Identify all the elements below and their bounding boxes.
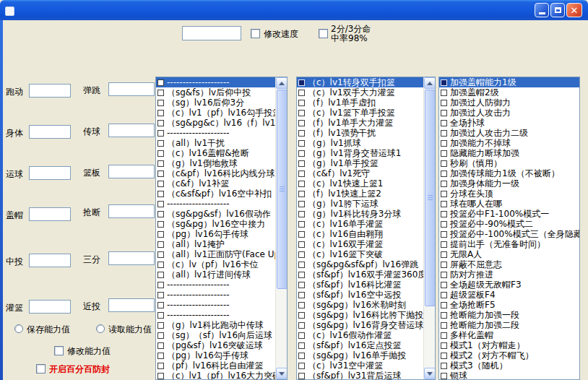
- list-item[interactable]: （g）lv1科比跑动中传球: [156, 320, 275, 330]
- item-checkbox[interactable]: [441, 241, 447, 248]
- item-checkbox[interactable]: [157, 110, 164, 116]
- list-item[interactable]: 秒刷（慎用）: [439, 158, 579, 168]
- item-checkbox[interactable]: [157, 90, 164, 96]
- item-checkbox[interactable]: [298, 181, 305, 187]
- item-checkbox[interactable]: [441, 322, 447, 329]
- list-item[interactable]: （g）lv1单手投篮: [297, 158, 423, 168]
- list-item[interactable]: （c）lv（pf）lv16卡位: [156, 259, 275, 269]
- stat-input-rebound[interactable]: [108, 165, 155, 178]
- item-checkbox[interactable]: [298, 251, 305, 258]
- item-checkbox[interactable]: [157, 342, 164, 349]
- item-checkbox[interactable]: [298, 191, 305, 197]
- item-checkbox[interactable]: [157, 241, 164, 248]
- scrollbar-list-2[interactable]: [423, 77, 435, 379]
- item-checkbox[interactable]: [298, 363, 305, 369]
- item-checkbox[interactable]: [298, 90, 305, 96]
- list-item[interactable]: 无限A人: [439, 249, 579, 259]
- item-checkbox[interactable]: [298, 231, 305, 238]
- item-checkbox[interactable]: [157, 262, 164, 268]
- list-item[interactable]: 提前出手（无准备时间）: [439, 239, 579, 249]
- list-item[interactable]: 投篮必中-90%模式二: [439, 219, 579, 229]
- list-item[interactable]: 加强能力不掉球: [439, 138, 579, 148]
- list-item[interactable]: （c）lv16单手灌篮: [297, 219, 423, 229]
- item-checkbox[interactable]: [298, 353, 305, 359]
- list-item[interactable]: 锁球: [439, 371, 579, 379]
- scrollbar-list-1[interactable]: [275, 77, 287, 379]
- item-checkbox[interactable]: [298, 110, 305, 116]
- list-item[interactable]: （g）lv1胯下运球: [297, 199, 423, 209]
- item-checkbox[interactable]: [441, 302, 447, 308]
- item-checkbox[interactable]: [298, 241, 305, 248]
- item-checkbox[interactable]: [157, 211, 164, 217]
- item-checkbox[interactable]: [157, 332, 164, 339]
- stat-input-threept[interactable]: [108, 251, 155, 265]
- item-checkbox[interactable]: [441, 150, 447, 157]
- stat-input-dunk[interactable]: [29, 300, 71, 314]
- item-checkbox[interactable]: [441, 211, 447, 217]
- item-checkbox[interactable]: [441, 221, 447, 228]
- item-checkbox[interactable]: [298, 130, 305, 137]
- list-item[interactable]: （sg&fs）lv后仰中投: [156, 87, 275, 98]
- item-checkbox[interactable]: [441, 90, 447, 96]
- item-checkbox[interactable]: [157, 130, 164, 137]
- list-item[interactable]: 加强盖帽2级: [439, 87, 579, 98]
- scroll-thumb[interactable]: [425, 90, 436, 306]
- item-checkbox[interactable]: [441, 100, 447, 106]
- item-checkbox[interactable]: [157, 312, 164, 319]
- stat-input-nearshot[interactable]: [108, 298, 155, 312]
- item-checkbox[interactable]: [298, 262, 305, 268]
- list-item[interactable]: 隐藏能力断球加强: [439, 148, 579, 158]
- list-item[interactable]: 多样化盖帽: [439, 330, 579, 340]
- list-item[interactable]: （sg&pg）lv16空中接力: [156, 219, 275, 229]
- list-item[interactable]: 抢断能力加强二段: [439, 320, 579, 330]
- list-item[interactable]: --------------------: [156, 199, 275, 209]
- list-item[interactable]: （f）lv1单手大力灌篮: [297, 118, 423, 128]
- list-item[interactable]: 加强过人攻击力二级: [439, 128, 579, 138]
- list-item[interactable]: （all）lv1掩护: [156, 239, 275, 249]
- list-item[interactable]: （c）lv16双手灌篮: [297, 239, 423, 249]
- item-checkbox[interactable]: [441, 201, 447, 207]
- item-checkbox[interactable]: [157, 201, 164, 207]
- stat-input-pass[interactable]: [108, 124, 155, 137]
- list-item[interactable]: --------------------: [156, 77, 275, 87]
- list-item[interactable]: 全场抢断F5: [439, 300, 579, 310]
- list-item[interactable]: （all）lv1行进间传球: [156, 269, 275, 280]
- list-item[interactable]: （c&f）lv1补篮: [156, 178, 275, 189]
- scroll-up-button[interactable]: [424, 77, 436, 89]
- hitrate-checkbox[interactable]: [319, 29, 328, 38]
- item-checkbox[interactable]: [441, 272, 447, 278]
- list-item[interactable]: （sg&pg）lv16科比胯下抛投: [297, 310, 423, 320]
- item-checkbox[interactable]: [441, 251, 447, 258]
- item-checkbox[interactable]: [441, 262, 447, 268]
- item-checkbox[interactable]: [157, 79, 164, 86]
- list-item[interactable]: 屏蔽不屈意志: [439, 259, 579, 269]
- item-checkbox[interactable]: [441, 160, 447, 167]
- item-checkbox[interactable]: [298, 140, 305, 147]
- list-item[interactable]: （pg）lv16勾手传球: [156, 350, 275, 360]
- list-item[interactable]: 加强盖帽能力1级: [439, 77, 579, 87]
- list-item[interactable]: （sg）lv16后仰3分: [156, 98, 275, 108]
- item-checkbox[interactable]: [298, 79, 305, 86]
- speed-input[interactable]: [182, 26, 241, 40]
- item-checkbox[interactable]: [157, 251, 164, 258]
- item-checkbox[interactable]: [298, 201, 305, 207]
- stat-input-run[interactable]: [29, 84, 71, 98]
- list-item[interactable]: 模式1（对方帽走）: [439, 340, 579, 350]
- item-checkbox[interactable]: [157, 282, 164, 288]
- item-checkbox[interactable]: [157, 170, 164, 177]
- item-checkbox[interactable]: [157, 191, 164, 197]
- list-item[interactable]: （sg）（sf）lv16向后运球: [156, 330, 275, 340]
- list-item[interactable]: （g）lv1倒地救球: [156, 158, 275, 168]
- item-checkbox[interactable]: [441, 191, 447, 197]
- close-button[interactable]: ✕: [566, 3, 582, 17]
- list-item[interactable]: （pg）lv16勾手传球: [156, 229, 275, 239]
- list-item[interactable]: 全场超级无敌帽F3: [439, 280, 579, 290]
- item-checkbox[interactable]: [157, 221, 164, 228]
- list-item[interactable]: 抢断能力加强一段: [439, 310, 579, 320]
- list-item[interactable]: （sf&pf）lv16双手灌篮360度: [297, 269, 423, 280]
- item-checkbox[interactable]: [157, 322, 164, 329]
- list-item[interactable]: （sg&pg&c）lv16（f）lv1科比: [156, 118, 275, 128]
- item-checkbox[interactable]: [298, 342, 305, 349]
- list-item[interactable]: （sg&pg&sf&pf）lv16弹跳: [297, 259, 423, 269]
- list-item[interactable]: （c&pf）lv16科比内线分球: [156, 168, 275, 178]
